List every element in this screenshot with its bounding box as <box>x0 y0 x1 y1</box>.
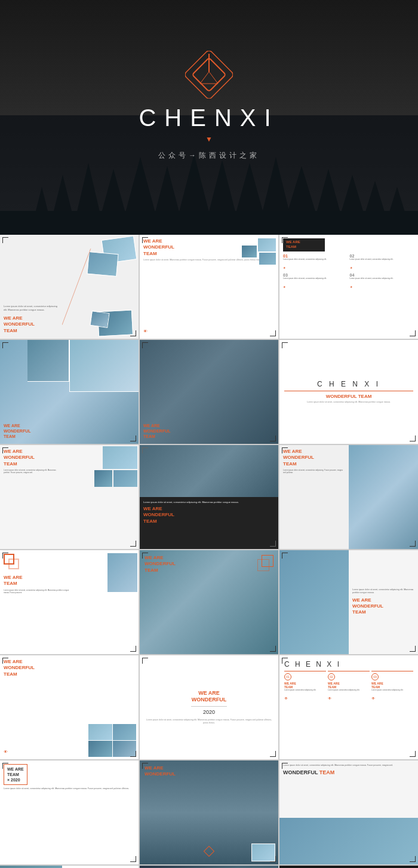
slide-19: Lorem ipsum dolor sit amet, consectetur … <box>0 866 139 868</box>
s12-corner-tl <box>282 553 288 559</box>
s7-heading: WE AREWONDERFULTEAM <box>4 449 59 467</box>
s17-heading: WE AREWONDERFUL <box>145 765 176 778</box>
slide-16: WE ARETEAM× 2020 Lorem ipsum dolor sit a… <box>0 760 139 864</box>
s10-corner-tl <box>2 553 8 559</box>
slide-15: C H E N X I 01 WE ARETEAM Lorem ipsum co… <box>279 655 418 759</box>
s13-eye: 👁 <box>4 745 8 756</box>
slide-18: Lorem ipsum dolor sit amet, consectetur … <box>279 760 418 864</box>
s11-corner-tl <box>142 553 148 559</box>
s10-body: Lorem ipsum dolor sit amet, consectetur … <box>4 589 73 594</box>
slide-6: C H E N X I WONDERFUL TEAM Lorem ipsum d… <box>279 340 418 444</box>
slide-11: WE AREWONDERFULTEAM <box>140 550 278 654</box>
corner-mark-br <box>130 330 136 336</box>
s6-title: C H E N X I <box>284 380 413 388</box>
s14-heading: WE AREWONDERFUL <box>192 690 227 704</box>
s8-heading: WE AREWONDERFULTEAM <box>143 506 275 525</box>
svg-rect-16 <box>0 211 418 235</box>
corner-mark-tl <box>2 237 8 243</box>
s4-heading: WE AREWONDERFULTEAM <box>4 423 31 439</box>
s9-body: Lorem ipsum dolor sit amet, consectetur … <box>283 469 345 474</box>
s17-corner-br <box>270 856 276 862</box>
s3-corner-tl <box>282 237 288 243</box>
cover-slide: CHENXI ▼ 公众号→陈西设计之家 <box>0 0 418 235</box>
s15-col1-body: Lorem ipsum consectetur adipiscing elit. <box>284 689 326 691</box>
s17-corner-tl <box>142 763 148 769</box>
cover-title: CHENXI <box>139 105 279 131</box>
s15-col2: WE ARETEAM <box>328 682 370 689</box>
slide-21: THANKS Lorem ipsum dolor sit amet, conse… <box>279 866 418 868</box>
slide-3: WE ARETEAM 01 Lorem ipsum dolor sit amet… <box>279 235 418 339</box>
s13-corner-tl <box>2 658 8 664</box>
s15-corner-tl <box>282 658 288 664</box>
s1-body: Lorem ipsum dolor sit amet, consectetur … <box>4 305 59 312</box>
svg-rect-22 <box>204 846 214 857</box>
s16-heading: WE ARETEAM× 2020 <box>7 766 24 783</box>
s15-col1: WE ARETEAM <box>284 682 326 689</box>
s14-corner-br <box>270 751 276 757</box>
slide-13: WE AREWONDERFULTEAM 👁 <box>0 655 139 759</box>
slide-8: Lorem ipsum dolor sit amet, consectetur … <box>140 445 278 549</box>
s15-col3: WE ARETEAM <box>371 682 413 689</box>
s18-corner-tl <box>282 763 288 769</box>
svg-marker-20 <box>200 72 218 84</box>
s6-heading: WONDERFUL TEAM <box>284 394 413 399</box>
slide-5: WE AREWONDERFULTEAM <box>140 340 278 444</box>
s3-num-03: 03 Lorem ipsum dolor sit amet, consectet… <box>283 273 348 290</box>
s9-corner-br <box>410 541 416 547</box>
s16-corner-br <box>130 856 136 862</box>
slide-2: WE AREWONDERFULTEAM Lorem ipsum dolor si… <box>140 235 278 339</box>
slide-14: WE AREWONDERFUL 2020 Lorem ipsum dolor s… <box>140 655 278 759</box>
slide-12: Lorem ipsum dolor sit amet, consectetur … <box>279 550 418 654</box>
s12-body: Lorem ipsum dolor sit amet, consectetur … <box>352 588 414 595</box>
s10-heading: WE ARETEAM <box>4 575 73 587</box>
s9-heading: WE AREWONDERFULTEAM <box>283 449 345 467</box>
slide-4: WE AREWONDERFULTEAM <box>0 340 139 444</box>
slide-7: WE AREWONDERFULTEAM Lorem ipsum dolor si… <box>0 445 139 549</box>
s3-num-04: 04 Lorem ipsum dolor sit amet, consectet… <box>350 273 415 290</box>
slides-grid: Lorem ipsum dolor sit amet, consectetur … <box>0 235 418 868</box>
s11-heading: WE AREWONDERFULTEAM <box>145 555 176 573</box>
s2-eye-icon: 👁 <box>143 324 147 335</box>
s18-body: Lorem ipsum dolor sit amet, consectetur … <box>283 764 414 767</box>
s3-num-01: 01 Lorem ipsum dolor sit amet, consectet… <box>283 254 348 271</box>
s14-year: 2020 <box>203 709 215 715</box>
slide-9: WE AREWONDERFULTEAM Lorem ipsum dolor si… <box>279 445 418 549</box>
s5-corner-tl <box>142 342 148 348</box>
s8-body: Lorem ipsum dolor sit amet, consectetur … <box>143 501 275 504</box>
s12-heading: WE AREWONDERFULTEAM <box>352 597 414 616</box>
s16-corner-tl <box>2 763 8 769</box>
cover-subtitle: 公众号→陈西设计之家 <box>158 151 260 161</box>
slide-1: Lorem ipsum dolor sit amet, consectetur … <box>0 235 139 339</box>
s11-corner-br <box>270 646 276 652</box>
s7-body: Lorem ipsum dolor sit amet, consectetur … <box>4 469 59 474</box>
slide-10: WE ARETEAM Lorem ipsum dolor sit amet, c… <box>0 550 139 654</box>
s8-corner-br <box>270 541 276 547</box>
s10-corner-br <box>130 646 136 652</box>
s14-corner-tl <box>142 658 148 664</box>
s15-corner-br <box>410 751 416 757</box>
s15-col3-body: Lorem ipsum consectetur adipiscing elit. <box>371 689 413 691</box>
s4-corner-tl <box>2 342 8 348</box>
s12-corner-br <box>410 646 416 652</box>
slide-17: WE AREWONDERFUL <box>140 760 278 864</box>
s7-corner-br <box>130 541 136 547</box>
s2-corner-br <box>270 330 276 336</box>
s18-corner-br <box>410 856 416 862</box>
s15-title: C H E N X I <box>284 660 413 668</box>
s16-body: Lorem ipsum dolor sit amet, consectetur … <box>4 787 135 790</box>
s3-corner-br <box>410 330 416 336</box>
s2-corner-tl <box>142 237 148 243</box>
s13-heading: WE AREWONDERFULTEAM <box>4 659 135 677</box>
s7-corner-tl <box>2 447 8 453</box>
s14-body: Lorem ipsum dolor sit amet, consectetur … <box>145 719 273 725</box>
s5-corner-br <box>270 435 276 441</box>
s5-heading: WE AREWONDERFULTEAM <box>143 423 171 439</box>
s3-heading: WE ARETEAM <box>286 240 322 250</box>
s3-num-02: 02 Lorem ipsum dolor sit amet, consectet… <box>350 254 415 271</box>
slide-20: WE AREWONDERFULTEAM <box>140 866 278 868</box>
s6-corner-tl <box>282 342 288 348</box>
s13-corner-br <box>130 751 136 757</box>
s6-corner-br <box>410 435 416 441</box>
cover-triangle: ▼ <box>205 135 213 143</box>
s9-corner-tl <box>282 447 288 453</box>
